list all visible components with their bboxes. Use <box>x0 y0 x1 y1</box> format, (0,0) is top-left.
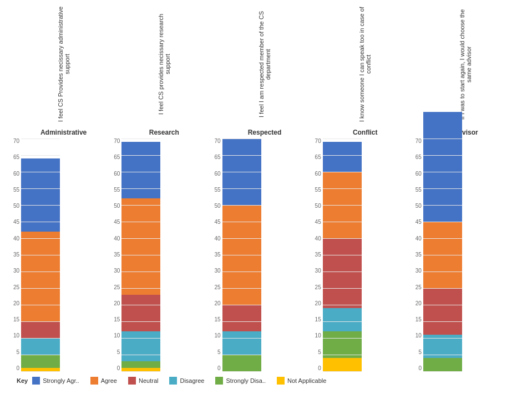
seg-neutral <box>121 295 160 331</box>
y-axis-label: 60 <box>13 171 19 177</box>
legend-item-2: Neutral <box>128 377 158 385</box>
seg-disagree <box>21 338 60 355</box>
column-4: If I was to start again, I would choose … <box>415 3 516 371</box>
y-axis-label: 0 <box>114 366 120 371</box>
y-axis-label: 55 <box>415 187 422 193</box>
y-axis-label: 40 <box>114 236 120 242</box>
seg-disagree <box>423 335 462 358</box>
y-axis-label: 45 <box>114 219 120 225</box>
y-axis-label: 70 <box>415 139 422 144</box>
y-axis-label: 15 <box>415 317 422 322</box>
col-title-1: I feel CS provides necissary research su… <box>158 3 171 125</box>
y-axis-label: 20 <box>114 301 120 306</box>
y-axis-label: 35 <box>114 252 120 258</box>
legend-label-5: Not Applicable <box>287 377 326 384</box>
seg-notApplicable <box>323 358 362 371</box>
y-axis-label: 40 <box>315 236 321 242</box>
y-axis-label: 5 <box>114 350 120 355</box>
seg-disagree <box>222 331 261 355</box>
seg-agree <box>21 232 60 321</box>
seg-stronglyAgree <box>323 142 362 172</box>
seg-notApplicable <box>21 368 60 371</box>
legend-color-4 <box>215 377 223 385</box>
legend: KeyStrongly Agr..AgreeNeutralDisagreeStr… <box>11 377 516 385</box>
seg-notApplicable <box>121 368 160 371</box>
bar-stack-4 <box>423 139 462 371</box>
legend-item-4: Strongly Disa.. <box>215 377 266 385</box>
y-axis-label: 45 <box>214 219 220 225</box>
seg-agree <box>323 172 362 238</box>
bar-stack-1 <box>121 139 160 371</box>
y-axis-label: 30 <box>415 268 422 274</box>
column-2: I feel I am respected member of the CS d… <box>214 3 315 371</box>
y-axis-label: 70 <box>13 139 19 144</box>
column-0: I feel CS Provides necissary administrat… <box>13 3 114 371</box>
seg-stronglyAgree <box>222 139 261 205</box>
y-axis-label: 50 <box>415 203 422 209</box>
y-axis-label: 55 <box>214 187 220 193</box>
seg-neutral <box>21 321 60 338</box>
col-short-title-2: Respected <box>248 129 282 136</box>
y-axis-label: 20 <box>13 301 19 306</box>
y-axis-label: 60 <box>114 171 120 177</box>
y-axis-label: 55 <box>114 187 120 193</box>
y-axis-label: 25 <box>13 285 19 290</box>
y-axis-label: 45 <box>415 219 422 225</box>
legend-color-0 <box>32 377 40 385</box>
y-axis-label: 35 <box>415 252 422 258</box>
y-axis-label: 10 <box>415 333 422 339</box>
legend-label-3: Disagree <box>180 377 204 384</box>
col-short-title-0: Administrative <box>40 129 87 136</box>
y-axis-label: 70 <box>214 139 220 144</box>
seg-stronglyDisagree <box>222 355 261 371</box>
seg-disagree <box>121 331 160 361</box>
y-axis-label: 25 <box>415 285 422 290</box>
col-short-title-3: Conflict <box>353 129 378 136</box>
col-title-4: If I was to start again, I would choose … <box>459 3 472 125</box>
y-axis-label: 15 <box>214 317 220 322</box>
chart-container: I feel CS Provides necissary administrat… <box>0 0 527 420</box>
y-axis-label: 60 <box>214 171 220 177</box>
seg-stronglyDisagree <box>21 355 60 368</box>
y-axis-label: 45 <box>315 219 321 225</box>
y-axis-label: 65 <box>214 155 220 160</box>
y-axis-label: 65 <box>315 155 321 160</box>
y-axis-label: 15 <box>13 317 19 322</box>
y-axis-label: 70 <box>114 139 120 144</box>
legend-color-5 <box>277 377 285 385</box>
legend-color-2 <box>128 377 136 385</box>
y-axis-label: 40 <box>415 236 422 242</box>
column-3: I know someone I can speak too in case o… <box>315 3 415 371</box>
legend-label-1: Agree <box>101 377 117 384</box>
col-title-3: I know someone I can speak too in case o… <box>358 3 372 125</box>
y-axis-label: 15 <box>315 317 321 322</box>
seg-agree <box>222 205 261 305</box>
y-axis-label: 30 <box>114 268 120 274</box>
y-axis-label: 50 <box>13 203 19 209</box>
y-axis-label: 0 <box>13 366 19 371</box>
seg-neutral <box>222 305 261 331</box>
bar-stack-2 <box>222 139 261 371</box>
y-axis-label: 55 <box>13 187 19 193</box>
y-axis-label: 0 <box>214 366 220 371</box>
seg-agree <box>121 198 160 295</box>
seg-stronglyAgree <box>21 158 60 232</box>
y-axis-label: 0 <box>415 366 422 371</box>
col-short-title-1: Research <box>149 129 179 136</box>
y-axis-label: 35 <box>214 252 220 258</box>
col-title-2: I feel I am respected member of the CS d… <box>258 3 271 125</box>
y-axis-label: 65 <box>114 155 120 160</box>
seg-disagree <box>323 308 362 331</box>
seg-agree <box>423 222 462 288</box>
y-axis-label: 30 <box>315 268 321 274</box>
legend-label-4: Strongly Disa.. <box>226 377 266 384</box>
legend-item-5: Not Applicable <box>277 377 326 385</box>
y-axis-label: 25 <box>315 285 321 290</box>
y-axis-label: 20 <box>415 301 422 306</box>
y-axis-label: 10 <box>214 333 220 339</box>
legend-item-1: Agree <box>90 377 117 385</box>
legend-item-0: Strongly Agr.. <box>32 377 79 385</box>
y-axis-label: 40 <box>214 236 220 242</box>
seg-stronglyDisagree <box>423 358 462 371</box>
y-axis-label: 45 <box>13 219 19 225</box>
